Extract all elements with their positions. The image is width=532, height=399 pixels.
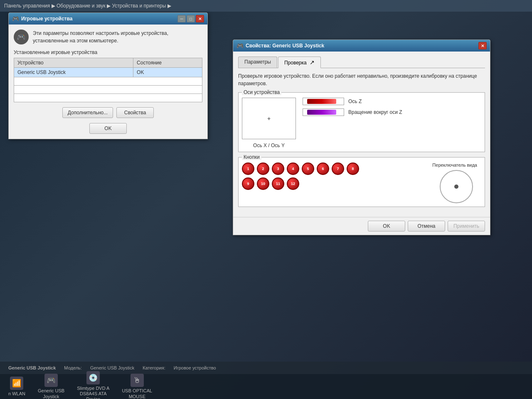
properties-dialog: 🎮 Свойства: Generic USB Joystick ✕ Парам… [233,39,490,235]
devices-table: Устройство Состояние Generic USB Joystic… [14,58,202,102]
props-dialog-icon: 🎮 [236,42,243,49]
props-apply-button[interactable]: Применить [448,221,485,232]
status-category-value: Игровое устройство [174,365,216,370]
installed-devices-label: Установленные игровые устройства [14,49,202,55]
axes-section: Оси устройства + Ось X / Ось Y Ось Z [238,92,485,152]
taskbar-item-joystick[interactable]: 🎮 Generic USBJoystick [38,374,64,399]
taskbar: 📶 n WLAN 🎮 Generic USBJoystick 💿 Slimtyp… [0,374,532,399]
joy-button-11: 11 [272,177,284,190]
axes-inner: + Ось X / Ось Y Ось Z [242,96,481,148]
dialog-description-text: Эти параметры позволяют настроить игровы… [33,30,202,44]
pov-section: Переключатель вида [431,163,481,203]
joy-button-9: 9 [242,177,254,190]
gaming-devices-dialog: 🎮 Игровые устройства ─ □ ✕ 🎮 Эти парамет… [8,12,208,139]
tab-parameters[interactable]: Параметры [238,57,277,68]
gaming-dialog-title: Игровые устройства [21,16,175,22]
gaming-window-controls: ─ □ ✕ [177,15,204,22]
wlan-icon: 📶 [10,377,23,390]
joy-button-2: 2 [257,163,269,175]
axes-right-panel: Ось Z Вращение вокруг оси Z [303,98,481,116]
joy-button-5: 5 [302,163,314,175]
axis-z-bar [303,98,344,105]
joy-button-12: 12 [287,177,299,190]
taskbar-item-wlan[interactable]: 📶 n WLAN [8,377,25,397]
breadcrumb: Панель управления ▶ Оборудование и звук … [0,0,532,12]
tab-bar: Параметры Проверка ↗ [238,57,485,68]
axes-legend: Оси устройства [242,89,281,95]
props-window-controls: ✕ [478,42,487,49]
device-name-cell: Generic USB Joystick [14,68,133,77]
pov-circle [440,170,473,203]
axis-z-fill [307,99,336,104]
button-row-2: 9 10 11 12 [242,177,425,190]
status-category-label: Категория: [143,365,165,370]
status-model-value: Generic USB Joystick [90,365,134,370]
buttons-inner: 1 2 3 4 5 6 7 8 9 10 11 12 [242,161,481,203]
taskbar-dvd-label: Slimtype DVD ADS8A4S ATADevice [77,386,109,399]
action-buttons-row: Дополнительно... Свойства [14,107,202,118]
pov-label: Переключатель вида [432,163,481,167]
axis-rotz-fill [307,110,336,115]
joy-button-8: 8 [347,163,359,175]
dvd-icon: 💿 [86,371,100,384]
props-dialog-titlebar: 🎮 Свойства: Generic USB Joystick ✕ [233,40,490,52]
table-row-empty3 [14,94,202,102]
buttons-legend: Кнопки [242,154,261,160]
axis-z-row: Ось Z [303,98,481,105]
props-cancel-button[interactable]: Отмена [408,221,445,232]
col-status: Состояние [133,58,202,68]
gaming-dialog-content: 🎮 Эти параметры позволяют настроить игро… [9,25,207,139]
status-device-name: Generic USB Joystick [8,365,56,370]
gaming-dialog-icon: 🎮 [12,15,19,22]
joy-button-7: 7 [332,163,344,175]
axis-xy-box: + [242,98,296,139]
gaming-dialog-titlebar: 🎮 Игровые устройства ─ □ ✕ [9,13,207,25]
maximize-button[interactable]: □ [187,15,195,22]
button-row-1: 1 2 3 4 5 6 7 8 [242,163,425,175]
axis-rotz-row: Вращение вокруг оси Z [303,108,481,116]
taskbar-item-mouse[interactable]: 🖱 USB OPTICALMOUSE [122,374,152,399]
joy-button-6: 6 [317,163,329,175]
axis-z-label: Ось Z [348,99,362,104]
minimize-button[interactable]: ─ [177,15,186,22]
col-device: Устройство [14,58,133,68]
axis-rotz-bar [303,108,344,116]
mouse-icon: 🖱 [131,374,144,387]
joy-button-3: 3 [272,163,284,175]
taskbar-joystick-label: Generic USBJoystick [38,388,64,399]
table-row[interactable]: Generic USB Joystick OK [14,68,202,77]
props-ok-button[interactable]: OK [368,221,405,232]
dialog-description-area: 🎮 Эти параметры позволяют настроить игро… [14,30,202,44]
ok-row: OK [14,123,202,134]
close-button[interactable]: ✕ [196,15,204,22]
props-dialog-content: Параметры Проверка ↗ Проверьте игровое у… [233,52,490,217]
joystick-icon: 🎮 [44,374,58,387]
advanced-button[interactable]: Дополнительно... [62,107,113,118]
props-dialog-title: Свойства: Generic USB Joystick [246,43,476,49]
device-status-cell: OK [133,68,202,77]
buttons-section: Кнопки 1 2 3 4 5 6 7 8 9 10 [238,157,485,207]
taskbar-mouse-label: USB OPTICALMOUSE [122,388,152,399]
breadcrumb-text: Панель управления ▶ Оборудование и звук … [4,3,171,9]
props-dialog-footer: OK Отмена Применить [233,217,490,235]
table-row-empty1 [14,77,202,86]
joy-button-4: 4 [287,163,299,175]
dialog-device-icon: 🎮 [14,30,29,44]
pov-dot [454,185,458,189]
status-model-label: Модель: [64,365,82,370]
xy-axis-label: Ось X / Ось Y [253,143,285,148]
button-circles-area: 1 2 3 4 5 6 7 8 9 10 11 12 [242,163,425,203]
table-row-empty2 [14,86,202,94]
props-description: Проверьте игровое устройство. Если оно р… [238,72,485,87]
joy-button-1: 1 [242,163,254,175]
taskbar-wlan-label: n WLAN [8,391,25,397]
props-close-button[interactable]: ✕ [478,42,487,49]
tab-test[interactable]: Проверка ↗ [278,57,321,68]
joy-button-10: 10 [257,177,269,190]
gaming-ok-button[interactable]: OK [89,123,127,134]
axis-rotz-label: Вращение вокруг оси Z [348,109,402,115]
cursor-indicator: ↗ [310,59,315,66]
properties-button[interactable]: Свойства [116,107,154,118]
taskbar-item-dvd[interactable]: 💿 Slimtype DVD ADS8A4S ATADevice [77,371,109,399]
crosshair-icon: + [267,115,271,122]
